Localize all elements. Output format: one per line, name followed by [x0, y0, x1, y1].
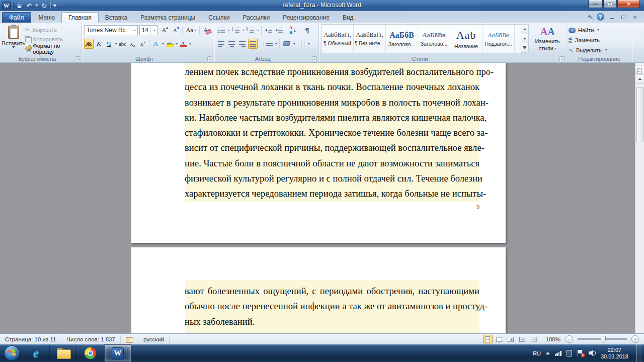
font-size-dropdown-icon[interactable] — [150, 26, 156, 35]
numbering-dropdown-icon[interactable] — [243, 30, 245, 31]
italic-button[interactable]: К — [94, 39, 104, 49]
replace-button[interactable]: abac Заменить — [569, 36, 630, 44]
zoom-slider-handle[interactable] — [601, 336, 606, 343]
page2-text-block[interactable]: вают болезненных ощущений, с периодами о… — [185, 280, 479, 333]
grow-font-button[interactable]: А — [159, 25, 169, 35]
clock[interactable]: 22:07 30.03.2018 — [601, 347, 628, 360]
text-effects-dropdown-icon[interactable] — [162, 43, 164, 45]
taskbar-internet-explorer[interactable]: e — [23, 344, 50, 362]
draft-view-button[interactable] — [529, 335, 539, 343]
language-switcher[interactable]: RU — [533, 350, 541, 356]
paste-button[interactable]: Вставить — [2, 24, 25, 54]
zoom-slider-track[interactable] — [577, 338, 627, 340]
word-count[interactable]: Число слов: 1 837 — [61, 334, 120, 344]
network-icon[interactable] — [555, 351, 561, 356]
clear-formatting-button[interactable]: Аа — [202, 25, 212, 35]
zoom-out-button[interactable]: − — [566, 335, 573, 343]
tab-Ссылки[interactable]: Ссылки — [202, 12, 236, 23]
gallery-scroll-down-button[interactable] — [521, 34, 529, 44]
style-item-3[interactable]: АаБбВвЗаголово... — [418, 25, 450, 53]
tab-Вид[interactable]: Вид — [336, 12, 360, 23]
text-effects-button[interactable]: А — [151, 39, 160, 49]
show-desktop-button[interactable] — [636, 344, 642, 362]
document-area[interactable]: лением почек вследствие проникновения во… — [0, 63, 644, 333]
document-page-1[interactable]: лением почек вследствие проникновения во… — [131, 63, 506, 243]
scrollbar-thumb[interactable] — [636, 87, 643, 142]
font-name-combo[interactable]: Times New Rc — [84, 25, 138, 35]
style-item-0[interactable]: АаБбВвГг,¶ Обычный — [321, 25, 354, 53]
tab-Рассылки[interactable]: Рассылки — [236, 12, 276, 23]
page1-text-block[interactable]: лением почек вследствие проникновения во… — [185, 63, 479, 202]
paste-dropdown-icon[interactable] — [12, 46, 15, 48]
taskbar-file-explorer[interactable] — [50, 344, 77, 362]
shading-button[interactable] — [282, 39, 291, 49]
doc-close-button[interactable]: × — [631, 14, 639, 20]
shading-dropdown-icon[interactable] — [293, 43, 295, 45]
format-painter-button[interactable]: Формат по образцу — [25, 44, 79, 53]
underline-dropdown-icon[interactable] — [115, 43, 117, 45]
tab-Файл[interactable]: Файл — [2, 12, 31, 23]
numbering-button[interactable]: 12 — [231, 25, 240, 35]
shrink-font-button[interactable]: А — [170, 25, 180, 35]
start-button[interactable] — [4, 345, 20, 361]
hidden-icons-button[interactable] — [546, 352, 550, 354]
find-dropdown-icon[interactable] — [597, 29, 599, 31]
proofing-status[interactable] — [121, 334, 138, 344]
style-item-1[interactable]: АаБбВвГг,¶ Без инте... — [354, 25, 386, 53]
paragraph-dialog-launcher[interactable]: ↘ — [312, 56, 317, 61]
superscript-button[interactable]: x² — [138, 39, 147, 49]
select-button[interactable]: ↖ Выделить — [569, 46, 630, 54]
document-page-2[interactable]: вают болезненных ощущений, с периодами о… — [131, 247, 506, 333]
volume-icon[interactable] — [589, 350, 596, 356]
zoom-in-button[interactable]: + — [631, 335, 639, 343]
collapse-ribbon-icon[interactable] — [588, 15, 593, 20]
print-layout-view-button[interactable] — [483, 335, 493, 343]
bold-button[interactable]: Ж — [84, 39, 94, 49]
taskbar-chrome[interactable] — [77, 344, 104, 362]
multilevel-dropdown-icon[interactable] — [257, 30, 259, 31]
align-right-button[interactable] — [237, 39, 247, 49]
language-indicator[interactable]: русский — [138, 334, 169, 344]
web-layout-view-button[interactable] — [506, 335, 516, 343]
borders-dropdown-icon[interactable] — [308, 43, 310, 45]
align-center-button[interactable] — [227, 39, 236, 49]
cut-button[interactable]: ✂ Вырезать — [25, 25, 79, 34]
line-spacing-button[interactable]: ↕ — [262, 39, 273, 49]
underline-button[interactable]: Ч — [104, 39, 114, 49]
taskbar-word-active[interactable]: W — [104, 344, 131, 362]
font-name-dropdown-icon[interactable] — [131, 26, 136, 35]
action-center-icon[interactable]: ✗ — [577, 350, 584, 356]
sort-button[interactable]: АЯ↓ — [288, 25, 298, 35]
select-dropdown-icon[interactable] — [605, 49, 607, 51]
tab-Рецензирование[interactable]: Рецензирование — [276, 12, 336, 23]
ruler-toggle-button[interactable] — [635, 66, 644, 75]
minimize-button[interactable] — [588, 0, 603, 8]
restore-button[interactable] — [603, 0, 617, 8]
tab-Главная[interactable]: Главная — [61, 12, 99, 23]
doc-minimize-button[interactable] — [608, 14, 616, 20]
change-styles-button[interactable]: АА Изменить стили — [531, 24, 564, 55]
tab-Меню[interactable]: Меню — [32, 12, 61, 23]
line-spacing-dropdown-icon[interactable] — [275, 43, 277, 45]
doc-restore-button[interactable] — [619, 14, 627, 20]
gallery-scroll-up-button[interactable] — [521, 25, 529, 34]
style-item-5[interactable]: АаБбВвПодзагол... — [482, 25, 515, 53]
tab-Разметка страницы[interactable]: Разметка страницы — [134, 12, 202, 23]
copy-button[interactable]: Копировать — [25, 35, 79, 43]
decrease-indent-button[interactable] — [264, 25, 273, 35]
style-item-2[interactable]: АаБбВЗаголово... — [386, 25, 418, 53]
align-left-button[interactable] — [216, 39, 226, 49]
borders-button[interactable] — [296, 39, 306, 49]
styles-dialog-launcher[interactable]: ↘ — [559, 56, 565, 61]
increase-indent-button[interactable] — [274, 25, 284, 35]
find-button[interactable]: Найти — [569, 26, 630, 34]
outline-view-button[interactable] — [518, 335, 527, 343]
font-dialog-launcher[interactable]: ↘ — [207, 56, 212, 61]
font-color-button[interactable]: А — [178, 39, 188, 49]
clipboard-dialog-launcher[interactable]: ↘ — [75, 56, 80, 61]
font-size-combo[interactable]: 14 — [139, 25, 158, 35]
subscript-button[interactable]: x₂ — [128, 39, 137, 49]
style-item-4[interactable]: АаbНазвание — [450, 25, 482, 53]
zoom-level[interactable]: 100% — [546, 336, 560, 342]
justify-button[interactable] — [248, 39, 258, 49]
